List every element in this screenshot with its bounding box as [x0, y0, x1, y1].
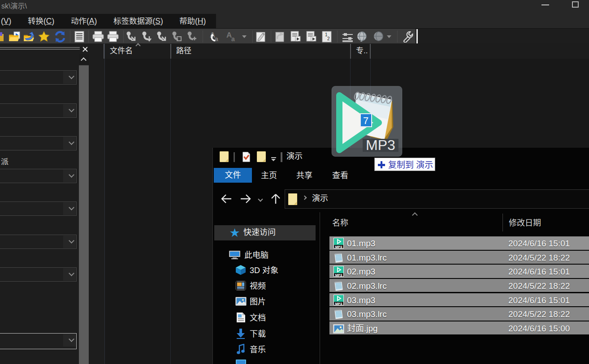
svg-text:MP3: MP3 [335, 273, 342, 277]
svg-text:MP3: MP3 [335, 301, 342, 305]
svg-text:7: 7 [363, 115, 368, 126]
svg-text:MP3: MP3 [366, 137, 395, 153]
svg-text:a: a [231, 35, 235, 43]
svg-text:MP3: MP3 [335, 245, 342, 249]
svg-text:2: 2 [327, 36, 330, 41]
svg-text:a: a [215, 35, 218, 43]
